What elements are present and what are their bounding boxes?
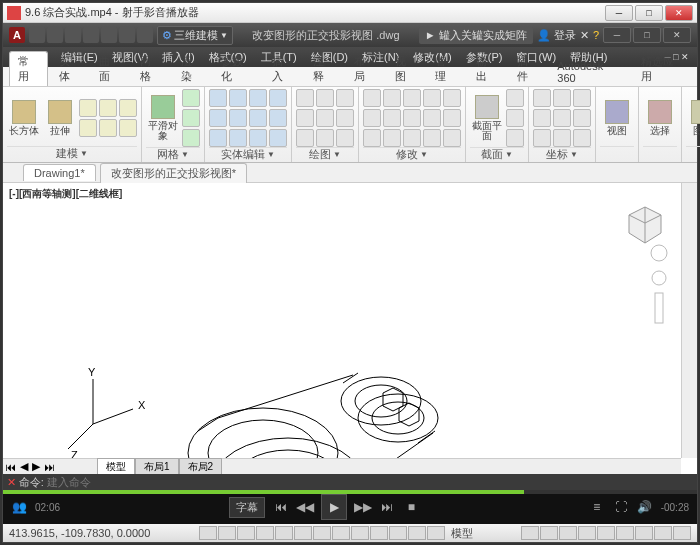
ucs-icon[interactable] (573, 129, 591, 147)
search-box[interactable]: ► 罐入关罐实成矩阵 (419, 27, 533, 44)
ucs-icon[interactable] (553, 129, 571, 147)
sheet-tab-layout2[interactable]: 布局2 (179, 458, 223, 475)
minimize-button[interactable]: ─ (605, 5, 633, 21)
status-dyn-icon[interactable] (351, 526, 369, 540)
section-tool-icon[interactable] (506, 109, 524, 127)
mesh-tool-icon[interactable] (182, 109, 200, 127)
sedit-icon[interactable] (249, 129, 267, 147)
status-grid-icon[interactable] (218, 526, 236, 540)
forward-icon[interactable]: ▶▶ (355, 499, 371, 515)
mesh-tool-icon[interactable] (182, 89, 200, 107)
sedit-icon[interactable] (209, 89, 227, 107)
play-button[interactable]: ▶ (321, 494, 347, 520)
tab-featured[interactable]: 精选应用 (632, 51, 691, 86)
status-tool-icon[interactable] (654, 526, 672, 540)
extrude-button[interactable]: 拉伸 (43, 90, 77, 146)
drawing-canvas[interactable]: [-][西南等轴测][二维线框] XYZ ⏮ ◀ ▶ ⏭ 模型 布局1 布局2 (3, 183, 697, 474)
status-otrack-icon[interactable] (313, 526, 331, 540)
modify-icon[interactable] (383, 109, 401, 127)
status-tool-icon[interactable] (635, 526, 653, 540)
box-button[interactable]: 长方体 (7, 90, 41, 146)
rewind-icon[interactable]: ◀◀ (297, 499, 313, 515)
tab-surface[interactable]: 曲面 (90, 51, 129, 86)
tab-annotate[interactable]: 注释 (304, 51, 343, 86)
doc-tab-1[interactable]: Drawing1* (23, 164, 96, 181)
cad-maximize-button[interactable]: □ (633, 27, 661, 43)
modify-icon[interactable] (423, 89, 441, 107)
draw-icon[interactable] (336, 89, 354, 107)
status-tpy-icon[interactable] (389, 526, 407, 540)
cad-minimize-button[interactable]: ─ (603, 27, 631, 43)
ucs-icon[interactable] (573, 89, 591, 107)
tab-layout[interactable]: 布局 (345, 51, 384, 86)
status-annoscale-icon[interactable] (578, 526, 596, 540)
draw-icon[interactable] (296, 129, 314, 147)
smooth-button[interactable]: 平滑对象 (146, 90, 180, 146)
stop-icon[interactable]: ■ (403, 499, 419, 515)
exchange-icon[interactable]: ✕ (580, 29, 589, 42)
sheet-nav-prev-icon[interactable]: ◀ (18, 460, 30, 473)
status-qp-icon[interactable] (408, 526, 426, 540)
close-button[interactable]: ✕ (665, 5, 693, 21)
sedit-icon[interactable] (229, 89, 247, 107)
qat-redo-icon[interactable] (137, 27, 153, 43)
cad-close-button[interactable]: ✕ (663, 27, 691, 43)
model-tool-icon[interactable] (119, 119, 137, 137)
tab-view[interactable]: 视图 (386, 51, 425, 86)
draw-icon[interactable] (316, 109, 334, 127)
model-tool-icon[interactable] (119, 99, 137, 117)
ucs-icon[interactable] (553, 89, 571, 107)
qat-print-icon[interactable] (101, 27, 117, 43)
tab-parametric[interactable]: 参数化 (212, 51, 261, 86)
horizontal-scrollbar[interactable]: ⏮ ◀ ▶ ⏭ 模型 布局1 布局2 (3, 458, 681, 474)
modify-icon[interactable] (443, 89, 461, 107)
status-snap-icon[interactable] (199, 526, 217, 540)
sheet-tab-model[interactable]: 模型 (97, 458, 135, 475)
status-tool-icon[interactable] (540, 526, 558, 540)
help-icon[interactable]: ? (593, 29, 599, 41)
section-tool-icon[interactable] (506, 89, 524, 107)
progress-bar[interactable] (3, 490, 697, 494)
sedit-icon[interactable] (269, 109, 287, 127)
prev-track-icon[interactable]: ⏮ (273, 499, 289, 515)
status-tool-icon[interactable] (559, 526, 577, 540)
model-tool-icon[interactable] (99, 119, 117, 137)
status-sc-icon[interactable] (427, 526, 445, 540)
status-3dosnap-icon[interactable] (294, 526, 312, 540)
ucs-icon[interactable] (573, 109, 591, 127)
draw-icon[interactable] (336, 109, 354, 127)
view-button[interactable]: 视图 (600, 90, 634, 146)
modify-icon[interactable] (403, 109, 421, 127)
model-tool-icon[interactable] (79, 119, 97, 137)
tab-render[interactable]: 渲染 (172, 51, 211, 86)
draw-icon[interactable] (316, 129, 334, 147)
sheet-nav-next-icon[interactable]: ▶ (30, 460, 42, 473)
draw-icon[interactable] (336, 129, 354, 147)
modify-icon[interactable] (363, 89, 381, 107)
subtitle-button[interactable]: 字幕 (229, 497, 265, 518)
section-plane-button[interactable]: 截面平面 (470, 90, 504, 146)
modify-icon[interactable] (363, 129, 381, 147)
sedit-icon[interactable] (229, 129, 247, 147)
qat-save-icon[interactable] (65, 27, 81, 43)
ucs-icon[interactable] (553, 109, 571, 127)
tab-home[interactable]: 常用 (9, 51, 48, 86)
draw-icon[interactable] (316, 89, 334, 107)
modify-icon[interactable] (443, 109, 461, 127)
qat-open-icon[interactable] (47, 27, 63, 43)
modify-icon[interactable] (423, 109, 441, 127)
ucs-icon[interactable] (533, 89, 551, 107)
modify-icon[interactable] (363, 109, 381, 127)
autocad-logo-icon[interactable]: A (9, 27, 25, 43)
status-ducs-icon[interactable] (332, 526, 350, 540)
vertical-scrollbar[interactable] (681, 183, 697, 458)
layer-button[interactable]: 图层 (686, 90, 700, 146)
fullscreen-icon[interactable]: ⛶ (613, 499, 629, 515)
tab-insert[interactable]: 插入 (263, 51, 302, 86)
modify-icon[interactable] (403, 129, 421, 147)
sedit-icon[interactable] (269, 129, 287, 147)
section-tool-icon[interactable] (506, 129, 524, 147)
draw-icon[interactable] (296, 109, 314, 127)
model-tool-icon[interactable] (79, 99, 97, 117)
playlist-icon[interactable]: ≡ (589, 499, 605, 515)
